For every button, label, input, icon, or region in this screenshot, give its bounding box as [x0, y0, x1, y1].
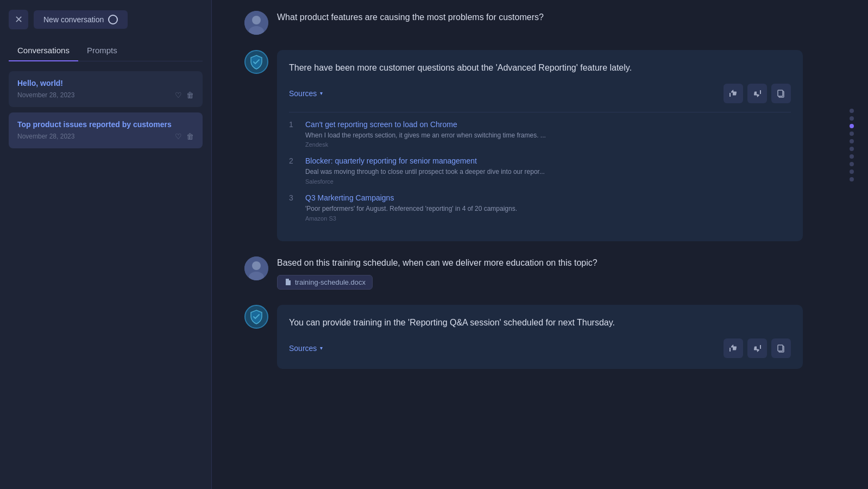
source-title-3[interactable]: Q3 Markerting Campaigns	[305, 193, 791, 202]
thumbs-down-icon-2	[753, 344, 762, 353]
sidebar-header: ✕ New conversation	[9, 10, 203, 29]
new-conversation-button[interactable]: New conversation	[34, 10, 128, 29]
message-row-4: You can provide training in the 'Reporti…	[244, 305, 803, 369]
sources-label-2: Sources	[289, 344, 317, 353]
svg-point-6	[252, 261, 261, 270]
thumbs-down-button-2[interactable]	[747, 338, 767, 358]
dot-3	[850, 124, 854, 128]
svg-point-1	[252, 16, 261, 24]
user-avatar-2	[244, 256, 268, 280]
sources-button-2[interactable]: Sources ▾	[289, 344, 323, 353]
dot-6	[850, 147, 854, 151]
conversation-meta: November 28, 2023 ♡ 🗑	[17, 91, 194, 99]
chevron-down-icon-2: ▾	[320, 345, 323, 351]
conversation-date: November 28, 2023	[17, 133, 74, 140]
message-row-3: Based on this training schedule, when ca…	[244, 256, 803, 290]
conversation-item[interactable]: Hello, world! November 28, 2023 ♡ 🗑	[9, 71, 203, 107]
source-item-3: 3 Q3 Markerting Campaigns 'Poor performe…	[289, 193, 791, 222]
dot-10	[850, 177, 854, 181]
favorite-icon[interactable]: ♡	[175, 132, 182, 141]
delete-icon[interactable]: 🗑	[186, 132, 194, 141]
copy-button[interactable]	[771, 84, 791, 103]
conversation-item[interactable]: Top product issues reported by customers…	[9, 112, 203, 148]
user-avatar-image-2	[244, 256, 268, 280]
chat-area: What product features are causing the mo…	[212, 0, 835, 489]
source-item-1: 1 Can't get reporting screen to load on …	[289, 120, 791, 148]
ai-bubble-text-1: There have been more customer questions …	[289, 61, 791, 75]
user-message-text: What product features are causing the mo…	[277, 11, 803, 24]
thumbs-up-icon	[729, 89, 738, 98]
right-panel	[835, 0, 868, 489]
copy-button-2[interactable]	[771, 338, 791, 358]
sidebar: ✕ New conversation Conversations Prompts…	[0, 0, 212, 489]
thumbs-down-button[interactable]	[747, 84, 767, 103]
source-origin-3: Amazon S3	[305, 215, 791, 222]
sources-expanded-1: 1 Can't get reporting screen to load on …	[289, 112, 791, 222]
copy-icon	[777, 89, 785, 98]
dot-9	[850, 170, 854, 174]
user-avatar	[244, 11, 268, 35]
source-number-1: 1	[289, 120, 298, 129]
ai-bubble-text-2: You can provide training in the 'Reporti…	[289, 316, 791, 330]
source-origin-2: Salesforce	[305, 178, 791, 185]
conversation-title: Hello, world!	[17, 79, 194, 87]
chevron-down-icon: ▾	[320, 90, 323, 96]
dot-2	[850, 116, 854, 121]
attachment-chip[interactable]: training-schedule.docx	[277, 275, 373, 290]
action-buttons-2	[724, 338, 791, 358]
message-row-2: There have been more customer questions …	[244, 50, 803, 241]
source-details-3: Q3 Markerting Campaigns 'Poor performers…	[305, 193, 791, 222]
ai-shield-icon-2	[249, 309, 264, 324]
thumbs-up-button-2[interactable]	[724, 338, 743, 358]
source-description-2: Deal was moving through to close until p…	[305, 167, 791, 177]
ai-avatar	[244, 50, 268, 74]
user-avatar-image	[244, 11, 268, 35]
ai-shield-icon	[249, 54, 264, 70]
conversation-title: Top product issues reported by customers	[17, 120, 194, 129]
thumbs-up-icon-2	[729, 344, 738, 353]
file-icon	[284, 278, 292, 286]
dot-5	[850, 139, 854, 143]
conversation-meta: November 28, 2023 ♡ 🗑	[17, 132, 194, 141]
dot-7	[850, 154, 854, 159]
dot-8	[850, 162, 854, 166]
ai-bubble-2: You can provide training in the 'Reporti…	[277, 305, 803, 369]
source-title-2[interactable]: Blocker: quarterly reporting for senior …	[305, 156, 791, 165]
message-row-1: What product features are causing the mo…	[244, 11, 803, 35]
svg-rect-4	[778, 90, 783, 96]
delete-icon[interactable]: 🗑	[186, 91, 194, 99]
user-message-content: What product features are causing the mo…	[277, 11, 803, 24]
tab-conversations[interactable]: Conversations	[9, 40, 78, 61]
sources-label-1: Sources	[289, 89, 317, 98]
source-number-2: 2	[289, 156, 298, 165]
conversation-list: Hello, world! November 28, 2023 ♡ 🗑 Top …	[9, 71, 203, 154]
source-origin-1: Zendesk	[305, 141, 791, 148]
search-icon	[108, 15, 118, 24]
dot-1	[850, 109, 854, 113]
thumbs-up-button[interactable]	[724, 84, 743, 103]
new-conversation-label: New conversation	[43, 15, 104, 24]
dot-4	[850, 131, 854, 136]
source-details-2: Blocker: quarterly reporting for senior …	[305, 156, 791, 185]
conversation-date: November 28, 2023	[17, 91, 74, 99]
user-message-text-3: Based on this training schedule, when ca…	[277, 256, 803, 269]
sources-row-1: Sources ▾	[289, 84, 791, 103]
action-buttons-1	[724, 84, 791, 103]
sidebar-tabs: Conversations Prompts	[9, 40, 203, 61]
source-item-2: 2 Blocker: quarterly reporting for senio…	[289, 156, 791, 185]
attachment-name: training-schedule.docx	[295, 278, 366, 286]
source-title-1[interactable]: Can't get reporting screen to load on Ch…	[305, 120, 791, 129]
source-description-3: 'Poor performers' for August. Referenced…	[305, 204, 791, 214]
ai-avatar-2	[244, 305, 268, 329]
thumbs-down-icon	[753, 89, 762, 98]
close-button[interactable]: ✕	[9, 10, 28, 29]
favorite-icon[interactable]: ♡	[175, 91, 182, 99]
tab-prompts[interactable]: Prompts	[78, 40, 126, 61]
ai-bubble-1: There have been more customer questions …	[277, 50, 803, 241]
conversation-actions: ♡ 🗑	[175, 91, 194, 99]
source-description-1: When I load the reports section, it give…	[305, 131, 791, 140]
copy-icon-2	[777, 344, 785, 353]
sources-button-1[interactable]: Sources ▾	[289, 89, 323, 98]
svg-rect-9	[778, 345, 783, 351]
conversation-actions: ♡ 🗑	[175, 132, 194, 141]
